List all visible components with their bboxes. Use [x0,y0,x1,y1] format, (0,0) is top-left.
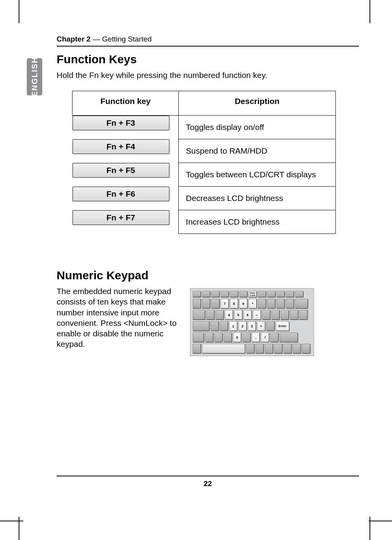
key-numlock: Num Lock [249,291,257,298]
table-row: Fn + F6 Decreases LCD brightness [73,187,336,210]
chapter-sep: — [91,35,102,43]
table-header-desc: Description [179,91,336,116]
key-blank [267,299,276,309]
key-7: 7 [221,299,229,309]
key-blank [274,344,283,354]
crop-mark [370,517,370,540]
crop-mark [19,0,19,23]
table-row: Fn + F5 Toggles between LCD/CRT displays [73,163,336,187]
table-row: Fn + F7 Increases LCD brightness [73,210,336,234]
cell-key: Fn + F4 [73,139,169,154]
key-spacebar [202,344,245,354]
key-blank [302,344,311,354]
cell-key: Fn + F3 [73,116,169,130]
key-blank [276,291,285,298]
key-blank [262,310,271,320]
table-row: Fn + F3 Toggles display on/off [73,116,336,139]
key-blank [216,310,224,320]
key-blank [286,291,294,298]
key-blank [267,291,276,298]
key-blank [281,310,289,320]
key-blank [280,332,298,343]
key-minus: – [253,310,261,320]
cell-desc: Increases LCD brightness [179,210,336,234]
key-blank [193,321,210,331]
cell-key: Fn + F7 [73,210,169,225]
key-blank [265,344,273,354]
key-blank [295,299,308,309]
language-tab: ENGLISH [27,58,42,95]
key-blank [270,332,279,343]
key-blank [206,310,215,320]
keypad-diagram: Num Lock 7 8 9 * [190,288,314,356]
cell-key: Fn + F5 [73,163,169,178]
table-row: Fn + F4 Suspend to RAM/HDD [73,139,336,163]
crop-mark [369,521,392,521]
key-2: 2 [238,321,247,331]
table-header-key: Function key [73,91,179,116]
cell-key: Fn + F6 [73,187,169,201]
key-blank [246,344,255,354]
key-blank [193,344,201,354]
function-keys-table: Function key Description Fn + F3 Toggles… [72,91,336,234]
key-blank [283,344,292,354]
key-blank [290,310,299,320]
key-blank [239,291,248,298]
cell-desc: Decreases LCD brightness [179,187,336,210]
key-blank [205,332,214,343]
key-blank [258,291,266,298]
page-content: Chapter 2 — Getting Started Function Key… [57,35,359,356]
key-5: 5 [234,310,243,320]
key-slash: / [261,332,269,343]
key-plus: + [257,321,266,331]
key-blank [271,310,280,320]
key-3: 3 [248,321,256,331]
chapter-header: Chapter 2 — Getting Started [57,35,359,47]
chapter-title: Getting Started [102,35,152,43]
key-blank [258,299,266,309]
key-asterisk: * [249,299,257,309]
key-blank [230,291,238,298]
page-footer: 22 [57,476,359,488]
key-blank [266,321,275,331]
key-blank [256,344,264,354]
key-blank [211,321,219,331]
key-1: 1 [229,321,238,331]
key-dot: . [252,332,260,343]
cell-desc: Toggles display on/off [179,116,336,139]
key-6: 6 [243,310,252,320]
key-blank [286,299,294,309]
table-header-row: Function key Description [73,91,336,116]
cell-desc: Toggles between LCD/CRT displays [179,163,336,187]
key-blank [214,332,223,343]
key-blank [193,332,204,343]
crop-mark [370,0,370,23]
key-blank [242,332,251,343]
numeric-keypad-section: Numeric Keypad The embedded numeric keyp… [57,269,359,356]
section-heading-numeric-keypad: Numeric Keypad [57,269,359,282]
key-blank [293,344,301,354]
key-blank [211,291,220,298]
key-blank [295,291,304,298]
key-blank [276,299,285,309]
key-blank [221,291,229,298]
page-number: 22 [204,479,212,488]
key-blank [202,291,211,298]
key-8: 8 [230,299,238,309]
key-blank [211,299,220,309]
cell-desc: Suspend to RAM/HDD [179,139,336,163]
section-heading-function-keys: Function Keys [57,53,359,66]
key-blank [299,310,308,320]
key-blank [193,291,201,298]
key-9: 9 [239,299,248,309]
key-0: 0 [233,332,242,343]
key-blank [202,299,211,309]
key-enter: Enter [276,321,290,331]
numeric-keypad-text: The embedded numeric keypad consists of … [57,286,181,350]
crop-mark [0,521,23,521]
key-blank [193,299,201,309]
chapter-number: Chapter 2 [57,35,91,43]
key-4: 4 [225,310,233,320]
key-blank [224,332,232,343]
key-blank [193,310,205,320]
